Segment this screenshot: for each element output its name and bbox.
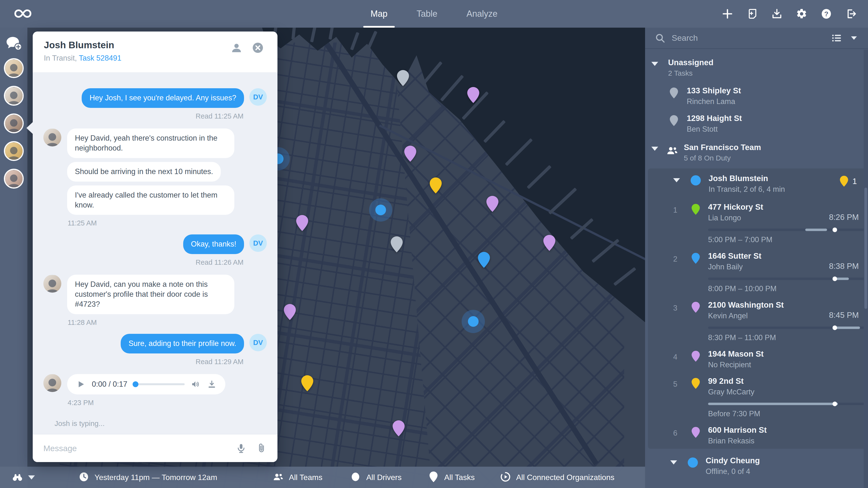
download-audio-icon[interactable] [207, 379, 217, 389]
driver-status-dot [688, 457, 698, 468]
task-row-4[interactable]: 41944 Mason StNo Recipient [648, 345, 866, 373]
driver-profile-icon[interactable] [231, 42, 242, 53]
message-input[interactable] [43, 444, 226, 453]
driver-location-dot[interactable] [369, 198, 392, 221]
search-input[interactable] [672, 33, 825, 43]
collapse-caret-icon[interactable] [651, 147, 658, 151]
tab-analyze[interactable]: Analyze [466, 0, 497, 28]
task-row-2[interactable]: 21646 Sutter StJohn Baily8:38 PM8:00 PM … [648, 247, 866, 297]
message-timestamp: 11:28 AM [68, 318, 267, 327]
timeline-now-dot [833, 402, 837, 406]
sign-out-icon[interactable] [845, 8, 857, 20]
task-row-3[interactable]: 32100 Washington StKevin Angel8:45 PM8:3… [648, 297, 866, 345]
map-pier [484, 120, 506, 143]
task-address: 1944 Mason St [708, 349, 866, 359]
collapse-caret-icon[interactable] [670, 460, 677, 464]
tab-table[interactable]: Table [416, 0, 437, 28]
purple-task-pin[interactable] [543, 235, 555, 251]
dispatcher-avatar: DV [249, 235, 267, 252]
task-time-window: Before 7:30 PM [708, 409, 866, 418]
task-number: 2 [673, 255, 677, 264]
unassigned-task-row[interactable]: 1298 Haight StBen Stott [645, 110, 868, 138]
task-link[interactable]: Task 528491 [79, 54, 121, 62]
close-chat-icon[interactable] [252, 42, 264, 53]
driver-name: Cindy Cheung [706, 456, 868, 465]
pin-icon [428, 471, 439, 483]
driver-task-badge: 1 [840, 176, 857, 187]
received-message-bubble: Hey David, can you make a note on this c… [67, 275, 234, 314]
yellow-task-pin[interactable] [430, 178, 442, 193]
map-pier [310, 28, 316, 42]
task-list: Unassigned2 Tasks133 Shipley StRinchen L… [645, 50, 868, 488]
gray-task-pin[interactable] [397, 70, 409, 86]
group-header-san-francisco-team[interactable]: San Francisco Team5 of 8 On Duty [645, 138, 868, 167]
organizations-filter[interactable]: All Connected Organizations [500, 471, 615, 483]
message-list: Hey Josh, I see you're delayed. Any issu… [33, 72, 277, 434]
driver-row-josh-blumstein[interactable]: Josh BlumsteinIn Transit, 2 of 6, 4 min1 [648, 169, 866, 199]
driver-avatar-5[interactable] [4, 169, 24, 189]
gray-task-pin[interactable] [391, 236, 403, 252]
task-address: 477 Hickory St [708, 203, 866, 212]
settings-icon[interactable] [796, 8, 807, 20]
task-row-5[interactable]: 599 2nd StGray McCartyBefore 7:30 PM [648, 373, 866, 422]
task-eta: 8:26 PM [829, 213, 859, 222]
purple-task-pin[interactable] [467, 87, 479, 103]
drivers-filter[interactable]: All Drivers [350, 471, 402, 483]
purple-task-pin[interactable] [284, 304, 296, 320]
map-pier [329, 28, 335, 39]
task-eta: 8:45 PM [829, 310, 859, 320]
task-recipient: Ben Stott [687, 125, 868, 133]
received-message-group: Hey David, can you make a note on this c… [67, 275, 234, 314]
list-view-icon[interactable] [831, 33, 842, 43]
driver-avatar-3[interactable] [4, 114, 24, 133]
driver-avatar-2[interactable] [4, 86, 24, 106]
driver-status: Offline, 0 of 4 [706, 467, 868, 476]
volume-icon[interactable] [191, 379, 200, 389]
teams-filter[interactable]: All Teams [273, 471, 322, 483]
collapse-caret-icon[interactable] [651, 62, 658, 66]
tasks-filter[interactable]: All Tasks [428, 471, 475, 483]
task-timeline-bar [708, 327, 865, 329]
collapse-caret-icon[interactable] [673, 178, 680, 182]
audio-seek-knob[interactable] [132, 381, 138, 387]
time-range-filter[interactable]: Yesterday 11pm — Tomorrow 12am [79, 471, 217, 483]
driver-avatar-4[interactable] [4, 141, 24, 161]
audio-seek-slider[interactable] [134, 383, 185, 385]
purple-task-pin[interactable] [404, 146, 416, 162]
blue-task-pin[interactable] [478, 252, 490, 268]
received-message-row: Hey David, yeah there's construction in … [43, 128, 267, 215]
purple-task-pin[interactable] [486, 196, 498, 212]
task-row-6[interactable]: 6600 Harrison StBrian Rekasis [648, 422, 866, 449]
received-message-group: Hey David, yeah there's construction in … [67, 128, 234, 215]
help-icon[interactable]: ? [820, 8, 832, 20]
purple-task-pin[interactable] [393, 420, 405, 436]
task-row-1[interactable]: 1477 Hickory StLia Longo8:26 PM5:00 PM –… [648, 199, 866, 247]
attach-file-icon[interactable] [256, 443, 267, 454]
yellow-task-pin[interactable] [301, 375, 313, 391]
record-audio-icon[interactable] [236, 443, 246, 454]
group-header-unassigned[interactable]: Unassigned2 Tasks [645, 53, 868, 82]
clock-icon [79, 471, 89, 483]
play-icon[interactable] [76, 379, 86, 389]
sort-caret-icon[interactable] [848, 33, 859, 43]
map-pier [366, 31, 377, 52]
read-receipt: Read 11:25 AM [43, 112, 244, 120]
purple-task-pin[interactable] [296, 215, 308, 231]
audio-message-bubble: 0:00 / 0:17 [67, 374, 225, 394]
driver-avatar-1[interactable] [4, 58, 24, 78]
tab-map[interactable]: Map [371, 0, 388, 28]
timeline-now-dot [833, 277, 837, 281]
driver-avatar [43, 128, 61, 146]
import-tasks-icon[interactable] [746, 8, 758, 20]
new-chat-icon[interactable] [6, 36, 22, 51]
unassigned-task-row[interactable]: 133 Shipley StRinchen Lama [645, 82, 868, 110]
purple-pin-icon [691, 302, 700, 314]
task-time-window: 5:00 PM – 7:00 PM [708, 235, 866, 244]
filter-label: All Connected Organizations [516, 473, 615, 482]
driver-row-cindy-cheung[interactable]: Cindy CheungOffline, 0 of 4 [645, 451, 868, 481]
export-download-icon[interactable] [771, 8, 783, 20]
sidebar-scrollbar-thumb[interactable] [864, 188, 867, 309]
create-task-icon[interactable] [722, 8, 733, 20]
lookup[interactable] [12, 471, 35, 483]
driver-location-dot[interactable] [462, 310, 485, 333]
